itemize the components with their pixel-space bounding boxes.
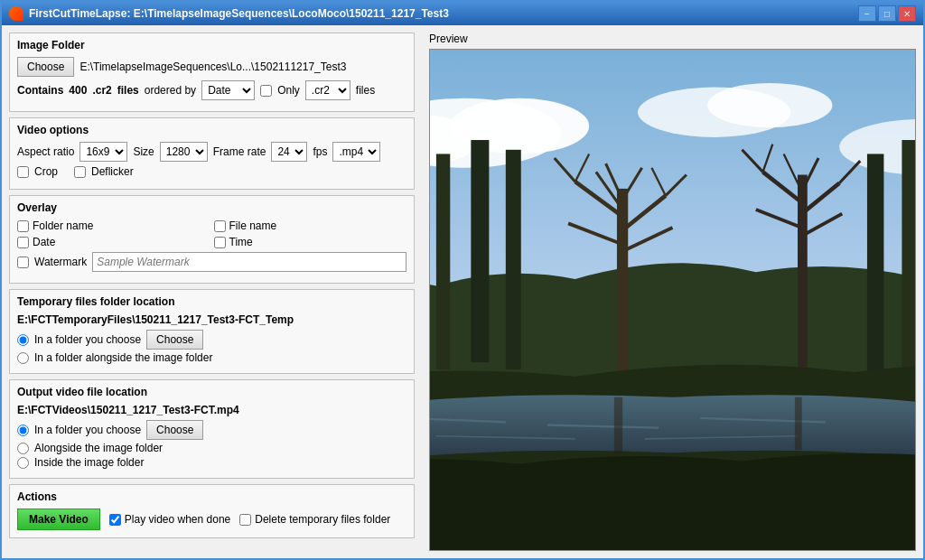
video-options-section: Video options Aspect ratio 16x9 4x3 1x1 … <box>9 117 415 190</box>
delete-temp-text: Delete temporary files folder <box>255 513 390 526</box>
output-radio2[interactable] <box>17 443 29 454</box>
fps-text: fps <box>313 145 327 158</box>
video-options-label: Video options <box>17 124 406 136</box>
watermark-label: Watermark <box>34 256 87 268</box>
file-name-checkbox[interactable] <box>214 220 226 232</box>
svg-rect-33 <box>798 175 808 384</box>
time-label: Time <box>229 236 253 248</box>
maximize-button[interactable]: □ <box>878 5 896 22</box>
output-radio3[interactable] <box>17 457 29 469</box>
svg-rect-12 <box>436 154 450 369</box>
deflicker-label: Deflicker <box>91 165 134 178</box>
minimize-button[interactable]: − <box>858 5 876 22</box>
temp-files-label: Temporary files folder location <box>17 295 406 308</box>
delete-temp-checkbox[interactable] <box>239 514 251 526</box>
play-when-done-checkbox[interactable] <box>109 514 121 526</box>
actions-label: Actions <box>17 490 406 503</box>
temp-files-path: E:\FCTTemporaryFiles\150211_1217_Test3-F… <box>17 313 406 326</box>
image-folder-row: Choose E:\TimelapseImageSequences\Lo...\… <box>17 57 406 77</box>
file-name-item: File name <box>214 219 407 232</box>
svg-rect-13 <box>471 140 489 362</box>
output-radio1[interactable] <box>17 425 29 436</box>
svg-rect-21 <box>617 189 628 383</box>
fps-select[interactable]: 24 25 30 <box>271 142 307 162</box>
left-panel: Image Folder Choose E:\TimelapseImageSeq… <box>2 25 422 558</box>
temp-radio2-label: In a folder alongside the image folder <box>34 351 212 364</box>
preview-image <box>429 49 916 551</box>
frame-rate-label: Frame rate <box>213 145 266 158</box>
watermark-checkbox[interactable] <box>17 257 29 268</box>
folder-name-item: Folder name <box>17 219 210 232</box>
crop-checkbox[interactable] <box>17 166 29 178</box>
image-folder-path: E:\TimelapseImageSequences\Lo...\1502111… <box>79 61 406 73</box>
title-bar: FirstCutTimeLapse: E:\TimelapseImageSequ… <box>2 2 923 25</box>
temp-files-section: Temporary files folder location E:\FCTTe… <box>9 289 415 374</box>
date-checkbox[interactable] <box>17 237 29 248</box>
only-select[interactable]: .cr2 .jpg .png <box>305 80 350 100</box>
aspect-ratio-label: Aspect ratio <box>17 145 74 158</box>
title-controls: − □ ✕ <box>858 5 916 22</box>
aspect-ratio-select[interactable]: 16x9 4x3 1x1 <box>79 142 127 162</box>
size-label: Size <box>133 145 154 158</box>
temp-radio2-row: In a folder alongside the image folder <box>17 351 406 364</box>
output-video-section: Output video file location E:\FCTVideos\… <box>9 379 415 479</box>
app-icon <box>9 6 23 21</box>
play-when-done-label: Play video when done <box>109 513 230 526</box>
output-video-path: E:\FCTVideos\150211_1217_Test3-FCT.mp4 <box>17 404 406 416</box>
temp-radio1-label: In a folder you choose <box>34 333 141 346</box>
main-window: FirstCutTimeLapse: E:\TimelapseImageSequ… <box>0 0 925 560</box>
svg-rect-48 <box>614 397 622 453</box>
output-video-label: Output video file location <box>17 386 406 398</box>
time-checkbox[interactable] <box>214 237 226 248</box>
actions-section: Actions Make Video Play video when done … <box>9 484 415 538</box>
make-video-button[interactable]: Make Video <box>17 509 100 530</box>
image-folder-section: Image Folder Choose E:\TimelapseImageSeq… <box>9 33 415 112</box>
svg-rect-16 <box>902 140 915 377</box>
right-panel: Preview <box>422 25 923 558</box>
preview-label: Preview <box>429 33 916 45</box>
ordered-by-label: ordered by <box>145 84 196 97</box>
svg-rect-14 <box>506 150 521 369</box>
size-select[interactable]: 1280 1920 720 <box>160 142 208 162</box>
actions-row: Make Video Play video when done Delete t… <box>17 509 406 530</box>
window-title: FirstCutTimeLapse: E:\TimelapseImageSequ… <box>29 7 449 20</box>
output-radio2-row: Alongside the image folder <box>17 442 406 454</box>
video-options-row2: Crop Deflicker <box>17 165 406 178</box>
file-info-row: Contains 400 .cr2 files ordered by Date … <box>17 80 406 100</box>
overlay-grid: Folder name File name Date Time <box>17 219 406 248</box>
preview-svg <box>430 50 915 550</box>
temp-choose-button[interactable]: Choose <box>146 330 203 350</box>
output-radio1-row: In a folder you choose Choose <box>17 420 406 440</box>
delete-temp-label: Delete temporary files folder <box>239 513 390 526</box>
file-name-label: File name <box>229 219 277 232</box>
temp-radio1-row: In a folder you choose Choose <box>17 330 406 350</box>
date-item: Date <box>17 236 210 248</box>
overlay-section: Overlay Folder name File name Date <box>9 195 415 284</box>
watermark-input[interactable] <box>92 252 406 272</box>
overlay-label: Overlay <box>17 201 406 214</box>
order-select[interactable]: Date Name <box>201 80 255 100</box>
watermark-row: Watermark <box>17 252 406 272</box>
date-label: Date <box>33 236 55 248</box>
contains-label: Contains <box>17 84 63 97</box>
title-bar-left: FirstCutTimeLapse: E:\TimelapseImageSequ… <box>9 6 449 21</box>
deflicker-checkbox[interactable] <box>74 166 86 178</box>
output-radio1-label: In a folder you choose <box>34 424 141 436</box>
video-options-row1: Aspect ratio 16x9 4x3 1x1 Size 1280 1920… <box>17 142 406 162</box>
file-type: .cr2 <box>92 84 111 97</box>
temp-radio2[interactable] <box>17 352 29 364</box>
files-label2: files <box>356 84 375 97</box>
svg-rect-49 <box>795 397 802 450</box>
play-when-done-text: Play video when done <box>125 513 230 526</box>
output-radio3-label: Inside the image folder <box>34 456 144 469</box>
format-select[interactable]: .mp4 .avi .mov <box>332 142 380 162</box>
image-folder-choose-button[interactable]: Choose <box>17 57 74 77</box>
temp-radio1[interactable] <box>17 334 29 346</box>
only-label: Only <box>277 84 300 97</box>
folder-name-checkbox[interactable] <box>17 220 29 232</box>
folder-name-label: Folder name <box>33 219 93 232</box>
output-choose-button[interactable]: Choose <box>146 420 203 440</box>
only-checkbox[interactable] <box>260 85 272 97</box>
output-radio2-label: Alongside the image folder <box>34 442 163 454</box>
close-button[interactable]: ✕ <box>898 5 916 22</box>
